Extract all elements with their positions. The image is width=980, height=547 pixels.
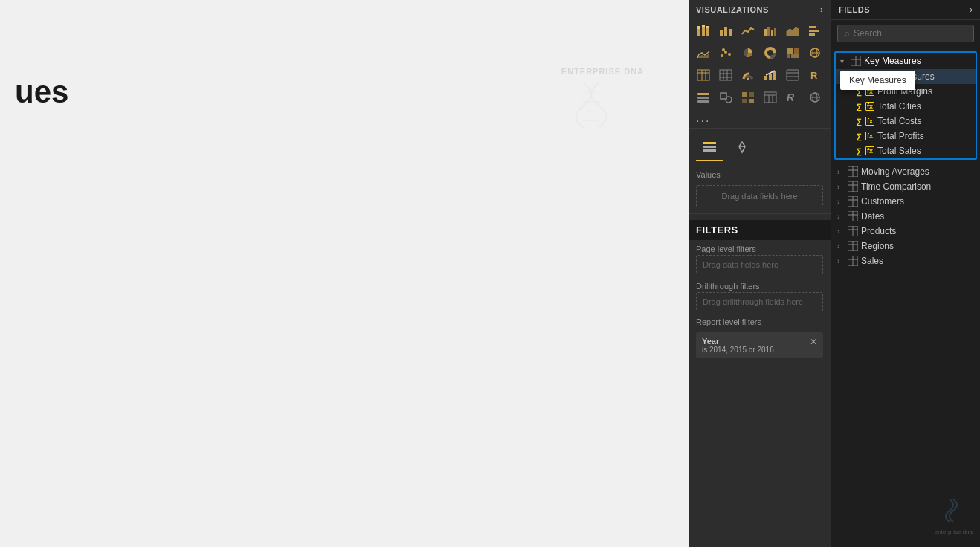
filters-section: FILTERS Page level filters Drag data fie… bbox=[689, 213, 831, 364]
values-label: Values bbox=[689, 167, 831, 182]
sidebar-item-products[interactable]: › Products bbox=[831, 224, 980, 239]
svg-point-21 bbox=[724, 51, 727, 54]
viz-icon-kpi[interactable] bbox=[760, 65, 781, 85]
sidebar-item-time-comparison[interactable]: › Time Comparison bbox=[831, 179, 980, 194]
search-bar[interactable]: ⌕ bbox=[837, 25, 974, 42]
svg-rect-19 bbox=[809, 33, 815, 36]
viz-icon-grouped-bar[interactable] bbox=[760, 20, 781, 41]
svg-rect-52 bbox=[697, 97, 709, 99]
fields-tree: ▾ Key Measures ∑ fx Key Measures ∑ fx Pr… bbox=[831, 47, 980, 547]
drag-drillthrough-area[interactable]: Drag drillthrough fields here bbox=[696, 292, 823, 311]
field-item-total-costs[interactable]: ∑ fx Total Costs bbox=[836, 114, 976, 129]
viz-icon-shape[interactable] bbox=[715, 87, 736, 108]
table-icon-regions bbox=[848, 241, 858, 251]
canvas-area: ues ENTERPRISE DNA bbox=[0, 0, 689, 547]
viz-icon-area[interactable] bbox=[782, 20, 803, 41]
table-icon-dates bbox=[848, 211, 858, 221]
label-time-comparison: Time Comparison bbox=[861, 181, 974, 192]
calc-icon-3: fx bbox=[865, 117, 874, 126]
viz-icon-matrix2[interactable] bbox=[738, 87, 758, 108]
svg-point-20 bbox=[721, 54, 723, 57]
drag-fields-area[interactable]: Drag data fields here bbox=[696, 185, 823, 207]
viz-format-area bbox=[689, 128, 831, 167]
table-icon-products bbox=[848, 226, 858, 236]
svg-rect-12 bbox=[729, 29, 732, 36]
field-name-3: Total Costs bbox=[877, 116, 921, 126]
search-input[interactable] bbox=[854, 28, 967, 39]
fields-panel-chevron[interactable]: › bbox=[970, 4, 973, 15]
format-paint-icon[interactable] bbox=[729, 135, 755, 161]
viz-icon-table[interactable] bbox=[693, 65, 714, 85]
filter-chip-title: Year bbox=[702, 337, 807, 346]
viz-more-dots[interactable]: ... bbox=[689, 109, 831, 128]
svg-rect-68 bbox=[703, 142, 716, 144]
chevron-dates: › bbox=[837, 213, 845, 221]
field-item-total-cities[interactable]: ∑ fx Total Cities bbox=[836, 99, 976, 114]
viz-icon-slicer[interactable] bbox=[693, 87, 714, 108]
format-fields-icon[interactable] bbox=[696, 135, 723, 161]
viz-icon-text[interactable]: R bbox=[782, 87, 803, 108]
field-name-5: Total Sales bbox=[877, 146, 921, 156]
calc-icon-5: fx bbox=[865, 146, 874, 155]
viz-icons-row-2 bbox=[689, 42, 831, 64]
sidebar-item-customers[interactable]: › Customers bbox=[831, 194, 980, 209]
svg-point-23 bbox=[722, 48, 725, 51]
viz-icon-pie[interactable] bbox=[738, 42, 758, 63]
drag-page-area[interactable]: Drag data fields here bbox=[696, 255, 823, 274]
chevron-sales: › bbox=[837, 257, 845, 265]
viz-icon-area2[interactable] bbox=[693, 42, 714, 63]
dna-icon bbox=[561, 76, 621, 135]
field-item-profit-margins[interactable]: ∑ fx Profit Margins bbox=[836, 84, 976, 99]
viz-icon-globe2[interactable] bbox=[805, 87, 825, 108]
key-measures-section: ▾ Key Measures ∑ fx Key Measures ∑ fx Pr… bbox=[834, 51, 977, 160]
field-name-2: Total Cities bbox=[877, 101, 921, 111]
filter-chip-value: is 2014, 2015 or 2016 bbox=[702, 346, 807, 354]
viz-icon-bar-chart[interactable] bbox=[715, 20, 736, 41]
viz-icon-matrix[interactable] bbox=[715, 65, 736, 85]
filter-chip-close-icon[interactable]: ✕ bbox=[810, 337, 817, 347]
sidebar-item-regions[interactable]: › Regions bbox=[831, 239, 980, 253]
calc-icon-2: fx bbox=[865, 102, 874, 111]
svg-rect-47 bbox=[787, 70, 799, 80]
sidebar-item-dates[interactable]: › Dates bbox=[831, 209, 980, 224]
svg-rect-29 bbox=[787, 54, 790, 58]
field-item-total-sales[interactable]: ∑ fx Total Sales bbox=[836, 143, 976, 158]
chevron-products: › bbox=[837, 227, 845, 236]
viz-header: VISUALIZATIONS › bbox=[689, 0, 831, 19]
chevron-customers: › bbox=[837, 198, 845, 206]
viz-panel-chevron[interactable]: › bbox=[820, 4, 823, 15]
year-filter-chip[interactable]: Year is 2014, 2015 or 2016 ✕ bbox=[696, 332, 823, 358]
svg-rect-17 bbox=[809, 26, 816, 28]
viz-icon-line-chart[interactable] bbox=[738, 20, 758, 41]
chevron-moving-averages: › bbox=[837, 168, 845, 176]
field-item-key-measures[interactable]: ∑ fx Key Measures bbox=[836, 69, 976, 84]
svg-rect-28 bbox=[794, 48, 799, 54]
viz-icons-row-4: R bbox=[689, 86, 831, 109]
other-sections: › Moving Averages › Time Comparison › Cu… bbox=[831, 161, 980, 271]
svg-rect-13 bbox=[764, 29, 767, 36]
viz-icon-gauge[interactable] bbox=[738, 65, 758, 85]
svg-point-55 bbox=[726, 97, 732, 103]
field-name-1: Profit Margins bbox=[877, 86, 932, 97]
viz-icon-r[interactable]: R bbox=[805, 65, 825, 85]
svg-rect-56 bbox=[742, 92, 747, 97]
viz-icon-donut[interactable] bbox=[760, 42, 781, 63]
svg-rect-8 bbox=[706, 28, 709, 36]
viz-icon-horizontal-bar[interactable] bbox=[805, 20, 825, 41]
key-measures-items: ∑ fx Key Measures ∑ fx Profit Margins ∑ … bbox=[836, 69, 976, 158]
viz-icon-globe[interactable] bbox=[805, 42, 825, 63]
filter-chip-content: Year is 2014, 2015 or 2016 bbox=[702, 337, 807, 354]
viz-icon-card[interactable] bbox=[782, 65, 803, 85]
viz-icon-treemap[interactable] bbox=[782, 42, 803, 63]
key-measures-header[interactable]: ▾ Key Measures bbox=[836, 53, 976, 69]
svg-rect-46 bbox=[773, 71, 776, 80]
sidebar-item-moving-averages[interactable]: › Moving Averages bbox=[831, 164, 980, 179]
viz-icon-stacked-bar[interactable] bbox=[693, 20, 714, 41]
viz-icon-matrix3[interactable] bbox=[760, 87, 781, 108]
sidebar-item-sales[interactable]: › Sales bbox=[831, 253, 980, 268]
field-item-total-profits[interactable]: ∑ fx Total Profits bbox=[836, 129, 976, 143]
viz-icon-scatter[interactable] bbox=[715, 42, 736, 63]
svg-rect-70 bbox=[703, 149, 716, 152]
table-icon-moving-avg bbox=[848, 166, 858, 177]
calc-icon-4: fx bbox=[865, 132, 874, 140]
